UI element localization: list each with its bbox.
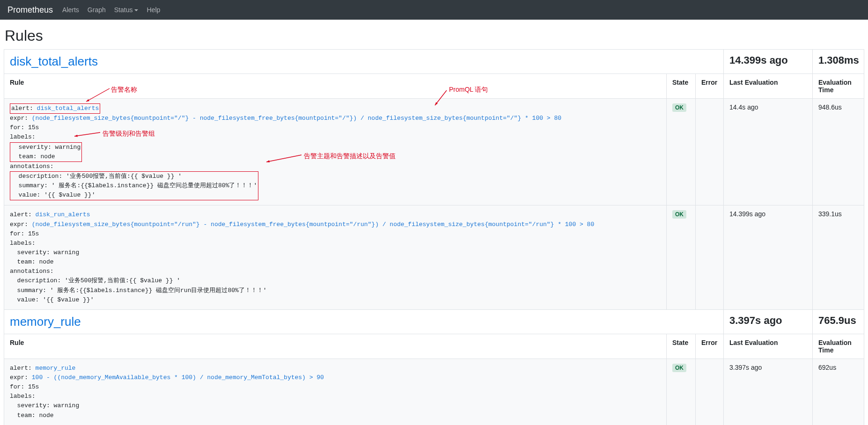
col-rule: Rule — [4, 334, 667, 359]
svg-line-4 — [74, 132, 100, 136]
group-ago: 3.397s ago — [729, 315, 782, 326]
state-badge: OK — [672, 103, 686, 112]
rule-cell: alert: memory_rule expr: 100 - ((node_me… — [4, 359, 667, 425]
eval-time-cell: 339.1us — [813, 205, 864, 309]
error-cell — [695, 359, 723, 425]
col-eval: Evaluation Time — [813, 334, 864, 359]
annotation-label: 告警名称 — [111, 85, 137, 95]
svg-marker-7 — [266, 160, 270, 162]
col-error: Error — [695, 74, 723, 99]
svg-line-6 — [266, 155, 302, 162]
group-duration: 1.308ms — [818, 54, 859, 66]
eval-time-cell: 948.6us — [813, 99, 864, 205]
rule-group-link[interactable]: disk_total_alerts — [10, 54, 98, 68]
annotation-label: PromQL 语句 — [449, 85, 488, 95]
eval-time-cell: 692us — [813, 359, 864, 425]
rules-table: disk_total_alerts14.399s ago1.308msRuleS… — [4, 49, 864, 425]
group-duration: 765.9us — [818, 315, 856, 326]
col-last: Last Evaluation — [724, 334, 813, 359]
col-last: Last Evaluation — [724, 74, 813, 99]
state-cell: OK — [666, 99, 695, 205]
brand[interactable]: Prometheus — [7, 5, 53, 15]
nav-graph[interactable]: Graph — [88, 6, 106, 14]
last-eval-cell: 14.399s ago — [724, 205, 813, 309]
col-state: State — [666, 334, 695, 359]
last-eval-cell: 14.4s ago — [724, 99, 813, 205]
col-eval: Evaluation Time — [813, 74, 864, 99]
rule-group-link[interactable]: memory_rule — [10, 315, 81, 329]
state-cell: OK — [666, 205, 695, 309]
state-badge: OK — [672, 364, 686, 372]
rule-group-row: disk_total_alerts14.399s ago1.308ms — [4, 50, 864, 74]
rule-cell: alert: disk_total_alerts expr: (node_fil… — [4, 99, 667, 205]
columns-header-row: RuleStateErrorLast EvaluationEvaluation … — [4, 334, 864, 359]
nav-status[interactable]: Status — [114, 6, 139, 14]
annotation-label: 告警主题和告警描述以及告警值 — [304, 151, 396, 161]
state-badge: OK — [672, 210, 686, 219]
group-ago: 14.399s ago — [729, 54, 788, 66]
chevron-down-icon — [134, 9, 138, 11]
navbar: Prometheus Alerts Graph Status Help — [0, 0, 868, 20]
table-row: alert: disk_total_alerts expr: (node_fil… — [4, 99, 864, 205]
error-cell — [695, 205, 723, 309]
page-title: Rules — [5, 27, 864, 44]
col-rule: Rule — [4, 74, 667, 99]
col-error: Error — [695, 334, 723, 359]
rule-cell: alert: disk_run_alerts expr: (node_files… — [4, 205, 667, 309]
svg-marker-3 — [435, 102, 438, 105]
error-cell — [695, 99, 723, 205]
svg-marker-5 — [74, 135, 78, 137]
table-row: alert: disk_run_alerts expr: (node_files… — [4, 205, 864, 309]
table-row: alert: memory_rule expr: 100 - ((node_me… — [4, 359, 864, 425]
annotation-label: 告警级别和告警组 — [103, 129, 155, 139]
col-state: State — [666, 74, 695, 99]
nav-alerts[interactable]: Alerts — [62, 6, 79, 14]
rule-group-row: memory_rule3.397s ago765.9us — [4, 309, 864, 334]
state-cell: OK — [666, 359, 695, 425]
last-eval-cell: 3.397s ago — [724, 359, 813, 425]
nav-help[interactable]: Help — [147, 6, 160, 14]
svg-marker-1 — [86, 99, 89, 102]
